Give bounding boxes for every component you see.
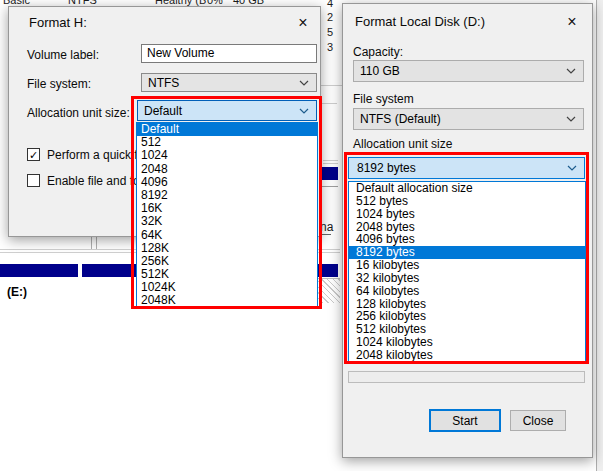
dropdown-option[interactable]: 64 kilobytes	[349, 285, 585, 298]
bg-unallocated-hatch	[318, 278, 340, 303]
capacity-value: 110 GB	[360, 64, 566, 78]
dropdown-option[interactable]: 1024 bytes	[349, 208, 585, 221]
file-system-value: NTFS	[148, 76, 299, 90]
chevron-down-icon	[566, 116, 576, 122]
bg-column-divider	[91, 237, 92, 249]
dropdown-option[interactable]: 512 bytes	[349, 195, 585, 208]
capacity-combobox[interactable]: 110 GB	[353, 60, 584, 82]
allocation-unit-size-combobox[interactable]: 8192 bytes	[348, 157, 585, 179]
bg-digit: 3	[327, 41, 333, 53]
allocation-unit-size-dropdown-list[interactable]: Default512102420484096819216K32K64K128K2…	[136, 122, 318, 308]
bg-separator-line	[323, 160, 338, 161]
format-local-disk-d-dialog: Format Local Disk (D:) × Capacity: 110 G…	[342, 3, 593, 458]
start-button[interactable]: Start	[429, 409, 501, 432]
allocation-unit-size-label: Allocation unit size	[353, 137, 452, 151]
file-system-label: File system:	[27, 77, 91, 91]
bg-column-divider	[96, 237, 97, 249]
allocation-unit-size-value: Default	[144, 104, 299, 118]
chevron-down-icon	[566, 68, 576, 74]
bg-digit: 5	[327, 26, 333, 38]
chevron-down-icon	[299, 80, 309, 86]
allocation-unit-size-dropdown-list[interactable]: Default allocation size512 bytes1024 byt…	[348, 181, 586, 362]
bg-separator-line	[321, 186, 338, 187]
file-system-value: NTFS (Default)	[360, 112, 566, 126]
bg-separator-line	[319, 103, 337, 104]
bg-window-edge	[596, 0, 603, 471]
bg-separator-line	[319, 85, 343, 86]
dropdown-option[interactable]: 128K	[137, 242, 317, 255]
close-button[interactable]: Close	[510, 410, 566, 431]
allocation-unit-size-label: Allocation unit size:	[27, 106, 130, 120]
bg-digit: 2	[327, 11, 333, 23]
dropdown-option[interactable]: 16 kilobytes	[349, 259, 585, 272]
file-system-label: File system	[353, 92, 414, 106]
close-icon[interactable]: ×	[291, 12, 315, 33]
bg-digit: 4	[327, 0, 333, 9]
bg-partition-drive-label: (E:)	[7, 285, 27, 299]
bg-partition-bar	[321, 167, 338, 180]
dialog-title: Format H:	[29, 15, 87, 30]
dropdown-option[interactable]: Default allocation size	[349, 182, 585, 195]
volume-label-label: Volume label:	[27, 48, 99, 62]
dropdown-option[interactable]: 1024	[137, 149, 317, 162]
dropdown-option[interactable]: 32K	[137, 215, 317, 228]
dropdown-option[interactable]: 2048K	[137, 294, 317, 307]
compression-checkbox[interactable]	[27, 174, 40, 187]
dropdown-option[interactable]: 2048	[137, 163, 317, 176]
dropdown-option[interactable]: 8192	[137, 189, 317, 202]
file-system-combobox[interactable]: NTFS	[141, 73, 317, 92]
allocation-unit-size-combobox[interactable]: Default	[137, 100, 317, 121]
bg-separator-line	[323, 163, 338, 164]
dropdown-option[interactable]: 4096	[137, 176, 317, 189]
dropdown-option[interactable]: 32 kilobytes	[349, 272, 585, 285]
allocation-unit-size-value: 8192 bytes	[355, 161, 567, 175]
dropdown-option[interactable]: Default	[137, 123, 317, 136]
file-system-combobox[interactable]: NTFS (Default)	[353, 108, 584, 130]
capacity-label: Capacity:	[353, 45, 403, 59]
volume-label-input[interactable]: New Volume	[141, 44, 317, 63]
dropdown-option[interactable]: 64K	[137, 229, 317, 242]
format-h-dialog: Format H: × Volume label: New Volume Fil…	[8, 6, 321, 237]
close-icon[interactable]: ×	[560, 11, 584, 32]
format-progress-bar	[348, 371, 585, 383]
dropdown-option[interactable]: 16K	[137, 202, 317, 215]
bg-partition-gap	[78, 264, 82, 277]
dialog-title: Format Local Disk (D:)	[355, 14, 485, 29]
bg-text-fragment: na	[320, 220, 333, 234]
quick-format-checkbox[interactable]: ✓	[27, 148, 40, 161]
dropdown-option[interactable]: 2048 kilobytes	[349, 349, 585, 362]
chevron-down-icon	[567, 165, 577, 171]
screenshot-root: Basic NTFS Healthy (B 0% 40 GB 4 2 5 3 n…	[0, 0, 603, 471]
chevron-down-icon	[299, 108, 309, 114]
